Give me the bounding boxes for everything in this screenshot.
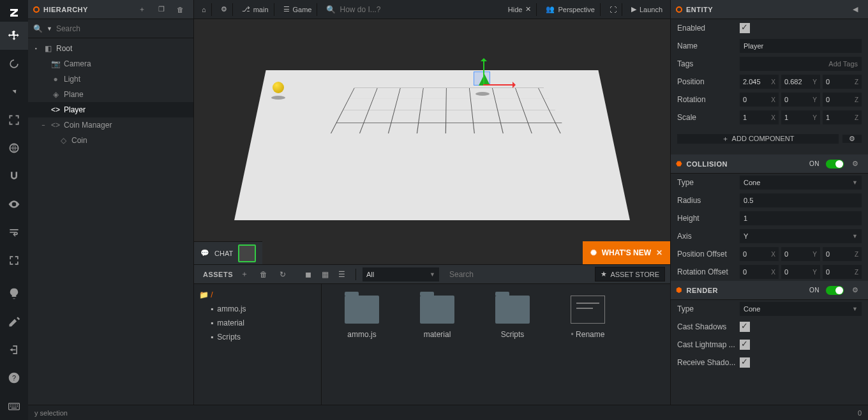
assets-header: ASSETS ＋ 🗑 ↻ ◼ ▦ ☰ All▼ ★ASSET STORE (194, 265, 670, 284)
tool-scale[interactable] (0, 78, 28, 106)
shadow (475, 92, 490, 96)
tree-item-player[interactable]: <>Player (28, 102, 193, 117)
collision-radius-input[interactable]: 0.5 (740, 193, 862, 207)
gear-icon[interactable]: ⚙ (848, 156, 863, 172)
tree-item-plane[interactable]: ◈Plane (28, 87, 193, 102)
asset-item[interactable]: ammo.js (333, 296, 391, 339)
tree-item-coin[interactable]: ◇Coin (28, 133, 193, 148)
roff-y-input[interactable]: 0Y (781, 265, 820, 279)
refresh-button[interactable]: ↻ (275, 267, 290, 282)
add-asset-button[interactable]: ＋ (237, 267, 252, 282)
tool-help[interactable]: ? (0, 364, 28, 392)
twisty-icon[interactable]: − (40, 122, 47, 128)
duplicate-button[interactable]: ❐ (154, 2, 169, 17)
tool-keyboard[interactable] (0, 392, 28, 420)
render-toggle[interactable] (826, 286, 844, 295)
folder-item[interactable]: ▪Scripts (199, 330, 316, 344)
tree-item-coinmgr[interactable]: −<>Coin Manager (28, 117, 193, 133)
position-y-input[interactable]: 0.682Y (781, 75, 820, 89)
delete-asset-button[interactable]: 🗑 (256, 267, 271, 282)
delete-button[interactable]: 🗑 (173, 2, 188, 17)
hierarchy-search-input[interactable] (56, 24, 188, 33)
collision-axis-select[interactable]: Y▼ (740, 229, 862, 243)
tool-edit[interactable] (0, 308, 28, 336)
cast-lightmap-checkbox[interactable] (740, 340, 750, 350)
viewport-3d[interactable]: 💬 CHAT ✺ WHAT'S NEW ✕ (194, 19, 670, 264)
assets-search-input[interactable] (449, 270, 591, 279)
folder-item[interactable]: ▪ammo.js (199, 302, 316, 316)
close-icon[interactable]: ✕ (656, 248, 662, 257)
scene-button[interactable]: ☰Game (278, 3, 318, 16)
fullscreen-button[interactable]: ⛶ (604, 3, 622, 16)
receive-shadows-checkbox[interactable] (740, 357, 750, 368)
scale-z-input[interactable]: 1Z (823, 110, 862, 124)
roff-x-input[interactable]: 0X (740, 265, 779, 279)
tool-tips[interactable] (0, 280, 28, 308)
name-input[interactable] (740, 39, 862, 53)
position-x-input[interactable]: 2.045X (740, 75, 779, 89)
tool-wrap[interactable] (0, 218, 28, 246)
asset-filter-select[interactable]: All▼ (363, 267, 439, 281)
folder-item[interactable]: ▪material (199, 316, 316, 330)
view-large-icon[interactable]: ◼ (301, 267, 316, 282)
tool-eye[interactable] (0, 190, 28, 218)
scale-x-input[interactable]: 1X (740, 110, 779, 124)
asset-item[interactable]: Scripts (484, 296, 541, 339)
poff-y-input[interactable]: 0Y (781, 247, 820, 261)
twisty-icon[interactable]: ▪ (32, 45, 40, 52)
render-type-select[interactable]: Cone▼ (740, 302, 862, 316)
settings-button[interactable]: ⚙ (216, 3, 233, 16)
collision-toggle[interactable] (826, 160, 844, 169)
tree-item-light[interactable]: ●Light (28, 71, 193, 87)
view-grid-icon[interactable]: ▦ (317, 267, 333, 282)
collision-height-input[interactable]: 1 (740, 211, 862, 225)
whats-new-banner[interactable]: ✺ WHAT'S NEW ✕ (583, 241, 670, 264)
camera-mode-button[interactable]: 👥Perspective (541, 3, 600, 16)
asset-item-rename[interactable]: Rename (559, 296, 617, 339)
asset-store-button[interactable]: ★ASSET STORE (595, 267, 665, 281)
tree-root[interactable]: ▪ ◧ Root (28, 41, 193, 56)
tags-input[interactable]: Add Tags (740, 57, 862, 71)
gizmo-y-axis[interactable] (483, 59, 484, 84)
roff-z-input[interactable]: 0Z (823, 265, 862, 279)
tool-exit[interactable] (0, 336, 28, 364)
position-z-input[interactable]: 0Z (823, 75, 862, 89)
help-search-input[interactable] (340, 5, 493, 14)
branch-button[interactable]: ⎇main (237, 3, 274, 16)
home-button[interactable]: ⌂ (197, 3, 212, 16)
tool-rotate[interactable] (0, 50, 28, 78)
chevron-down-icon[interactable]: ▼ (47, 26, 52, 32)
gizmo-x-axis[interactable] (483, 84, 515, 86)
rotation-z-input[interactable]: 0Z (823, 93, 862, 107)
launch-button[interactable]: ▶Launch (626, 3, 668, 16)
scale-y-input[interactable]: 1Y (781, 110, 820, 124)
assets-body: 📁 / ▪ammo.js ▪material ▪Scripts ammo.js … (194, 284, 670, 420)
poff-x-input[interactable]: 0X (740, 247, 779, 261)
tree-item-camera[interactable]: 📷Camera (28, 56, 193, 71)
asset-item[interactable]: material (408, 296, 466, 339)
assets-breadcrumb[interactable]: 📁 / (199, 288, 316, 302)
light-icon: ● (51, 75, 60, 84)
tool-resize[interactable] (0, 106, 28, 134)
hide-button[interactable]: Hide ✕ (503, 3, 537, 16)
tool-move[interactable] (0, 22, 28, 50)
add-entity-button[interactable]: ＋ (135, 2, 150, 17)
tool-snap[interactable] (0, 162, 28, 190)
assets-title: ASSETS (203, 271, 233, 278)
gear-icon[interactable]: ⚙ (848, 283, 863, 298)
logo (8, 4, 20, 22)
rotation-x-input[interactable]: 0X (740, 93, 779, 107)
collision-type-select[interactable]: Cone▼ (740, 176, 862, 190)
view-list-icon[interactable]: ☰ (334, 267, 349, 282)
chat-bar[interactable]: 💬 CHAT (194, 241, 262, 264)
collapse-icon[interactable]: ◀ (848, 2, 863, 17)
poff-z-input[interactable]: 0Z (823, 247, 862, 261)
enabled-checkbox[interactable] (740, 23, 750, 33)
user-avatar[interactable] (238, 244, 256, 262)
add-component-button[interactable]: ＋ ADD COMPONENT (677, 134, 839, 144)
cast-shadows-checkbox[interactable] (740, 322, 750, 332)
tool-world[interactable] (0, 134, 28, 162)
component-settings-button[interactable]: ⚙ (842, 135, 862, 143)
rotation-y-input[interactable]: 0Y (781, 93, 820, 107)
tool-focus[interactable] (0, 246, 28, 274)
